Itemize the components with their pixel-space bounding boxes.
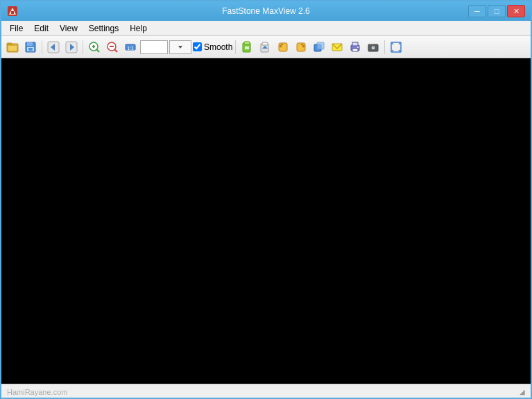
menu-bar: File Edit View Settings Help <box>1 21 531 36</box>
svg-rect-29 <box>262 42 268 45</box>
back-button[interactable] <box>45 39 62 56</box>
separator-1 <box>42 40 42 54</box>
svg-point-44 <box>372 46 375 49</box>
email-button[interactable] <box>329 39 345 56</box>
svg-rect-5 <box>8 45 17 51</box>
main-content-area <box>1 58 531 384</box>
svg-rect-25 <box>244 42 250 44</box>
maximize-button[interactable]: □ <box>488 5 506 17</box>
menu-settings[interactable]: Settings <box>83 22 124 35</box>
resize-button[interactable] <box>311 39 327 56</box>
smooth-label: Smooth <box>204 42 232 52</box>
svg-rect-9 <box>28 48 33 51</box>
svg-line-20 <box>115 49 118 52</box>
svg-marker-23 <box>178 46 182 49</box>
svg-text:1:1: 1:1 <box>127 46 134 51</box>
rotate-left-button[interactable] <box>275 39 291 56</box>
menu-help[interactable]: Help <box>124 22 153 35</box>
fit-window-button[interactable] <box>388 39 404 56</box>
title-bar-left <box>7 6 18 17</box>
window-title: FastStone MaxView 2.6 <box>222 6 310 16</box>
title-bar: FastStone MaxView 2.6 ─ □ ✕ <box>1 1 531 21</box>
status-bar: HamiRayane.com ◢ <box>1 384 531 399</box>
toolbar: 1:1 Smooth <box>1 36 531 58</box>
menu-edit[interactable]: Edit <box>28 22 54 35</box>
title-bar-buttons: ─ □ ✕ <box>468 5 525 17</box>
smooth-checkbox[interactable] <box>193 42 202 51</box>
smooth-checkbox-label[interactable]: Smooth <box>193 42 232 52</box>
forward-button[interactable] <box>63 39 80 56</box>
separator-2 <box>83 40 83 54</box>
svg-rect-39 <box>352 42 358 46</box>
watermark-text: HamiRayane.com <box>7 388 67 396</box>
menu-view[interactable]: View <box>54 22 83 35</box>
svg-rect-40 <box>352 49 358 51</box>
svg-point-41 <box>357 46 359 48</box>
zoom-dropdown[interactable] <box>169 40 191 54</box>
copy-to-clipboard-button[interactable] <box>239 39 255 56</box>
svg-rect-7 <box>27 42 33 46</box>
app-icon <box>7 6 18 17</box>
zoom-in-button[interactable] <box>86 39 103 56</box>
svg-rect-2 <box>11 11 14 14</box>
zoom-actual-button[interactable]: 1:1 <box>122 39 139 56</box>
separator-4 <box>384 40 385 54</box>
paste-button[interactable] <box>257 39 273 56</box>
save-button[interactable] <box>22 39 39 56</box>
zoom-out-button[interactable] <box>104 39 121 56</box>
svg-rect-45 <box>370 44 373 45</box>
resize-grip[interactable]: ◢ <box>520 388 525 396</box>
open-folder-button[interactable] <box>4 39 21 56</box>
svg-rect-36 <box>317 42 324 49</box>
minimize-button[interactable]: ─ <box>468 5 486 17</box>
menu-file[interactable]: File <box>4 22 28 35</box>
close-button[interactable]: ✕ <box>507 5 525 17</box>
zoom-input[interactable] <box>140 40 168 54</box>
svg-line-17 <box>97 49 100 52</box>
rotate-right-button[interactable] <box>293 39 309 56</box>
print-button[interactable] <box>347 39 363 56</box>
separator-3 <box>235 40 236 54</box>
screenshot-button[interactable] <box>365 39 381 56</box>
